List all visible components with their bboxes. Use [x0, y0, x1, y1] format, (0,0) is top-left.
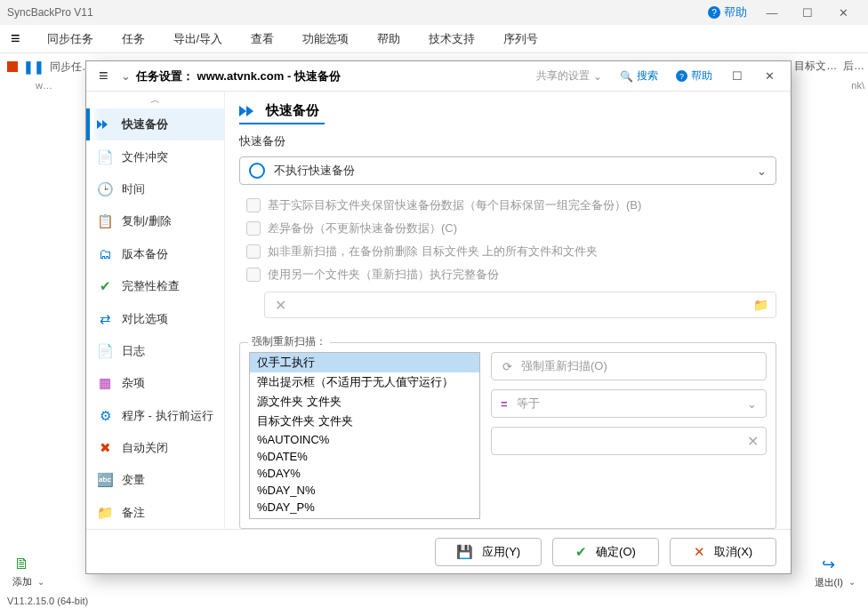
rescan-controls: ⟳ 强制重新扫描(O) = 等于 ⌄ ✕ — [491, 352, 767, 519]
close-button[interactable]: ✕ — [825, 0, 861, 25]
help-icon: ? — [708, 6, 720, 19]
chevron-down-icon: ⌄ — [757, 164, 767, 178]
titlebar: SyncBackPro V11 ? 帮助 — ☐ ✕ — [0, 0, 868, 25]
sidebar-item-compare[interactable]: ⇄ 对比选项 — [86, 302, 224, 334]
sidebar-item-notes[interactable]: 📁 备注 — [86, 497, 224, 529]
rescan-listbox[interactable]: 仅手工执行 弹出提示框（不适用于无人值守运行） 源文件夹 文件夹 目标文件夹 文… — [249, 352, 480, 519]
list-item[interactable]: %DAY% — [250, 465, 479, 482]
checkbox-icon — [246, 244, 261, 259]
stop-icon — [7, 61, 18, 72]
value-input[interactable]: ✕ — [491, 427, 767, 455]
pause-icon: ❚❚ — [23, 60, 44, 74]
list-item[interactable]: %DAYODDEVEN% — [250, 516, 479, 519]
clear-icon[interactable]: ✕ — [747, 433, 759, 450]
fieldset-label: 强制重新扫描： — [248, 334, 330, 349]
sidebar-item-conflict[interactable]: 📄 文件冲突 — [86, 140, 224, 172]
sidebar-item-integrity[interactable]: ✔ 完整性检查 — [86, 270, 224, 302]
check-icon: ✔ — [97, 278, 113, 294]
alt-folder-path[interactable]: ✕ 📁 — [264, 292, 776, 318]
task-settings-dialog: ≡ ⌄ 任务设置： www.atvnk.com - 快速备份 共享的设置 ⌄ 🔍… — [85, 60, 792, 574]
sidebar-item-fastbackup[interactable]: 快速备份 — [86, 108, 224, 140]
dialog-hamburger-icon[interactable]: ≡ — [92, 67, 116, 85]
hamburger-icon[interactable]: ≡ — [11, 29, 20, 48]
shared-settings-link[interactable]: 共享的设置 ⌄ — [527, 68, 611, 84]
maximize-button[interactable]: ☐ — [790, 0, 825, 25]
search-icon: 🔍 — [620, 70, 633, 83]
dialog-help-link[interactable]: ?帮助 — [667, 68, 721, 84]
chevron-down-icon: ⌄ — [747, 397, 757, 411]
diff-icon: ⇄ — [97, 311, 113, 327]
sidebar-item-autoclose[interactable]: ✖ 自动关闭 — [86, 432, 224, 464]
app-title: SyncBackPro V11 — [7, 6, 708, 19]
exit-button[interactable]: ↪ 退出(I) — [815, 555, 843, 589]
right-col-path: nk\ — [851, 80, 864, 91]
force-rescan-fieldset: 仅手工执行 弹出提示框（不适用于无人值守运行） 源文件夹 文件夹 目标文件夹 文… — [239, 342, 776, 529]
list-item[interactable]: 仅手工执行 — [250, 353, 479, 372]
exit-dropdown-caret[interactable]: ⌄ — [848, 577, 856, 587]
add-button[interactable]: 🗎 添加 — [12, 555, 32, 588]
equals-icon: = — [501, 397, 508, 411]
sidebar-item-misc[interactable]: ▦ 杂项 — [86, 367, 224, 399]
list-item[interactable]: 弹出提示框（不适用于无人值守运行） — [250, 372, 479, 392]
close-icon: ✖ — [97, 440, 113, 456]
menubar: ≡ 同步任务 任务 导出/导入 查看 功能选项 帮助 技术支持 序列号 — [0, 25, 868, 53]
menu-support[interactable]: 技术支持 — [416, 28, 487, 51]
log-icon: 📄 — [97, 343, 113, 359]
fastbackup-icon — [97, 116, 113, 132]
panel-subheading: 快速备份 — [239, 133, 776, 149]
sidebar-item-program[interactable]: ⚙ 程序 - 执行前运行 — [86, 400, 224, 432]
force-rescan-button[interactable]: ⟳ 强制重新扫描(O) — [491, 352, 767, 380]
add-dropdown-caret[interactable]: ⌄ — [37, 577, 44, 587]
folder-icon[interactable]: 📁 — [745, 298, 776, 312]
misc-icon: ▦ — [97, 375, 113, 391]
list-item[interactable]: 目标文件夹 文件夹 — [250, 412, 479, 431]
fastbackup-mode-dropdown[interactable]: 不执行快速备份 ⌄ — [239, 156, 776, 185]
dialog-caret-icon[interactable]: ⌄ — [116, 69, 136, 83]
menu-tasks[interactable]: 任务 — [109, 28, 157, 51]
dialog-title-label: 任务设置： — [136, 68, 194, 84]
sidebar-item-variables[interactable]: 🔤 变量 — [86, 464, 224, 496]
check-diff-backup[interactable]: 差异备份（不更新快速备份数据）(C) — [239, 217, 776, 240]
clock-icon: 🕒 — [97, 181, 113, 197]
operator-select[interactable]: = 等于 ⌄ — [491, 389, 767, 418]
list-item[interactable]: %DAY_N% — [250, 482, 479, 499]
dropdown-value: 不执行快速备份 — [274, 163, 748, 179]
check-delete-before[interactable]: 如非重新扫描，在备份前删除 目标文件夹 上的所有文件和文件夹 — [239, 240, 776, 263]
menu-help[interactable]: 帮助 — [365, 28, 413, 51]
checkbox-icon — [246, 268, 261, 282]
clear-icon[interactable]: ✕ — [265, 297, 295, 314]
menu-view[interactable]: 查看 — [238, 28, 286, 51]
dialog-maximize-button[interactable]: ☐ — [721, 63, 753, 90]
menu-options[interactable]: 功能选项 — [290, 28, 361, 51]
sidebar-item-log[interactable]: 📄 日志 — [86, 335, 224, 367]
settings-sidebar: ︿ 快速备份 📄 文件冲突 🕒 时间 📋 复制/删除 🗂 版本备份 — [86, 92, 225, 529]
panel-heading: 快速备份 — [239, 100, 325, 124]
list-item[interactable]: %AUTOINC% — [250, 431, 479, 448]
sidebar-item-copy[interactable]: 📋 复制/删除 — [86, 205, 224, 237]
dialog-close-button[interactable]: ✕ — [753, 63, 785, 90]
list-item[interactable]: 源文件夹 文件夹 — [250, 392, 479, 412]
status-bar: V11.2.15.0 (64-bit) — [7, 596, 88, 606]
sidebar-scroll-up[interactable]: ︿ — [86, 92, 224, 108]
version-icon: 🗂 — [97, 246, 113, 262]
check-alt-folder[interactable]: 使用另一个文件夹（重新扫描）执行完整备份 — [239, 263, 776, 286]
copy-icon: 📋 — [97, 213, 113, 229]
radio-icon — [249, 163, 265, 179]
sidebar-item-time[interactable]: 🕒 时间 — [86, 173, 224, 205]
menu-import-export[interactable]: 导出/导入 — [161, 28, 236, 51]
search-link[interactable]: 🔍搜索 — [611, 68, 667, 84]
minimize-button[interactable]: — — [754, 0, 790, 25]
list-item[interactable]: %DATE% — [250, 448, 479, 465]
fastbackup-icon — [239, 104, 259, 118]
settings-panel: 快速备份 快速备份 不执行快速备份 ⌄ 基于实际目标文件夹保留快速备份数据（每个… — [225, 92, 791, 529]
menu-serial[interactable]: 序列号 — [491, 28, 551, 51]
refresh-icon: ⟳ — [502, 360, 512, 373]
check-keep-data[interactable]: 基于实际目标文件夹保留快速备份数据（每个目标保留一组完全备份）(B) — [239, 194, 776, 217]
sidebar-item-version[interactable]: 🗂 版本备份 — [86, 238, 224, 270]
dialog-titlebar: ≡ ⌄ 任务设置： www.atvnk.com - 快速备份 共享的设置 ⌄ 🔍… — [86, 61, 791, 92]
menu-sync-tasks[interactable]: 同步任务 — [35, 28, 106, 51]
list-item[interactable]: %DAY_P% — [250, 499, 479, 516]
titlebar-help-button[interactable]: ? 帮助 — [708, 4, 747, 20]
app-toolbar: 🗎 添加 ⌄ ↪ 退出(I) ⌄ — [0, 553, 868, 590]
note-icon: 📁 — [97, 505, 113, 521]
